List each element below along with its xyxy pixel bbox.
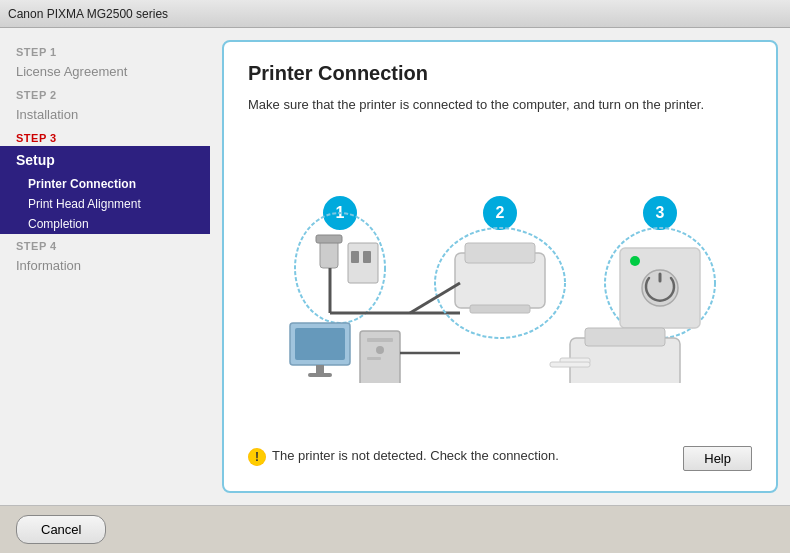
svg-rect-24 <box>295 328 345 360</box>
panel-title: Printer Connection <box>248 62 752 85</box>
illustration: 1 2 <box>248 131 752 437</box>
sub-item-completion[interactable]: Completion <box>0 214 210 234</box>
svg-point-21 <box>630 256 640 266</box>
svg-rect-25 <box>316 365 324 373</box>
content-area: STEP 1 License Agreement STEP 2 Installa… <box>0 28 790 505</box>
svg-rect-33 <box>585 328 665 346</box>
step4-item: Information <box>0 254 210 277</box>
warning-text: The printer is not detected. Check the c… <box>272 446 559 466</box>
step1-label: STEP 1 <box>0 40 210 60</box>
help-button[interactable]: Help <box>683 446 752 471</box>
svg-rect-15 <box>470 305 530 313</box>
step4-label: STEP 4 <box>0 234 210 254</box>
bottom-bar: Cancel <box>0 505 790 553</box>
title-bar-text: Canon PIXMA MG2500 series <box>8 7 168 21</box>
svg-rect-14 <box>465 243 535 263</box>
svg-rect-35 <box>550 362 590 367</box>
panel-desc: Make sure that the printer is connected … <box>248 95 752 115</box>
svg-rect-28 <box>367 338 393 342</box>
svg-text:3: 3 <box>656 204 665 221</box>
svg-rect-26 <box>308 373 332 377</box>
svg-rect-4 <box>316 235 342 243</box>
step2-item: Installation <box>0 103 210 126</box>
step1-item: License Agreement <box>0 60 210 83</box>
sub-item-print-head-alignment[interactable]: Print Head Alignment <box>0 194 210 214</box>
main-window: STEP 1 License Agreement STEP 2 Installa… <box>0 28 790 553</box>
right-panel: Printer Connection Make sure that the pr… <box>210 28 790 505</box>
title-bar: Canon PIXMA MG2500 series <box>0 0 790 28</box>
svg-rect-9 <box>363 251 371 263</box>
content-box: Printer Connection Make sure that the pr… <box>222 40 778 493</box>
svg-point-29 <box>376 346 384 354</box>
sub-item-printer-connection[interactable]: Printer Connection <box>0 174 210 194</box>
diagram-svg: 1 2 <box>248 183 752 383</box>
svg-rect-8 <box>351 251 359 263</box>
step3-group: Setup <box>0 146 210 174</box>
cancel-button[interactable]: Cancel <box>16 515 106 544</box>
warning-icon: ! <box>248 448 266 466</box>
step3-label: STEP 3 <box>0 126 210 146</box>
bottom-area: ! The printer is not detected. Check the… <box>248 446 752 471</box>
step2-label: STEP 2 <box>0 83 210 103</box>
sidebar: STEP 1 License Agreement STEP 2 Installa… <box>0 28 210 505</box>
svg-text:2: 2 <box>496 204 505 221</box>
warning-message: ! The printer is not detected. Check the… <box>248 446 559 466</box>
svg-rect-30 <box>367 357 381 360</box>
